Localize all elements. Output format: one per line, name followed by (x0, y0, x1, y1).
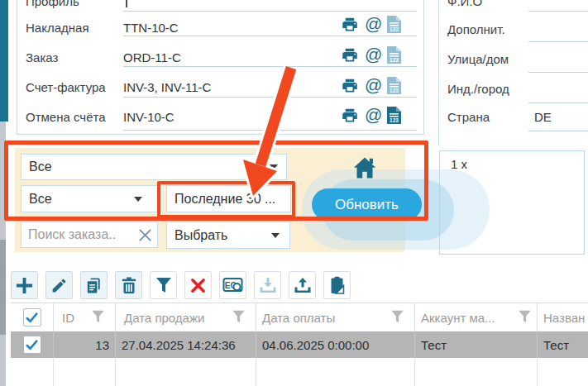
vertical-scrollbar-thumb[interactable] (0, 240, 6, 335)
select-dropdown[interactable]: Выбрать (166, 222, 290, 249)
period-dropdown-value: Последние 30 ... (167, 192, 275, 207)
form-label: Заказ (26, 50, 58, 65)
email-icon[interactable]: @ (365, 16, 382, 32)
form-value: DE (534, 110, 552, 125)
table-row[interactable]: 13 27.04.2025 14:24:36 04.06.2025 0:00:0… (11, 331, 588, 358)
red-x-icon (189, 277, 207, 294)
chevron-down-icon (271, 233, 280, 238)
table-search-button[interactable]: EQ (219, 271, 246, 299)
email-icon[interactable]: @ (365, 46, 382, 63)
search-box (21, 222, 158, 248)
status-dropdown[interactable]: Все (21, 154, 287, 180)
form-value: INV-10-C (123, 110, 174, 125)
field-underline (123, 36, 417, 36)
form-value: ORD-11-C (123, 50, 181, 65)
print-icon[interactable] (340, 77, 360, 94)
header-sale-date[interactable]: Дата продажи (116, 303, 256, 331)
field-underline (528, 72, 588, 73)
header-label: Дата продажи (124, 311, 204, 325)
trash-icon (121, 277, 137, 294)
filter-button[interactable] (150, 271, 177, 299)
svg-text:123: 123 (390, 117, 399, 122)
cell-account: Тест (415, 331, 538, 358)
email-icon[interactable]: @ (365, 107, 382, 123)
search-eq-icon: EQ (222, 276, 244, 294)
column-filter-icon[interactable] (91, 310, 105, 326)
form-label: Профиль (26, 0, 79, 9)
form-label: Накладная (26, 21, 89, 36)
add-button[interactable] (11, 271, 38, 299)
refresh-button[interactable]: Обновить (312, 188, 422, 221)
import-button[interactable] (254, 271, 281, 299)
print-icon[interactable] (340, 16, 360, 33)
email-icon[interactable]: @ (365, 77, 382, 93)
period-dropdown[interactable]: Последние 30 ... (166, 185, 291, 212)
edit-button[interactable] (45, 271, 73, 299)
doc-numbers-icon[interactable]: 123 (387, 46, 401, 64)
home-button[interactable] (351, 155, 378, 180)
home-icon (352, 156, 377, 179)
grid-toolbar: EQ (11, 271, 351, 299)
field-underline (123, 11, 417, 12)
plus-icon (15, 276, 34, 295)
export-button[interactable] (289, 271, 316, 299)
cell-name: Тест (538, 331, 588, 358)
field-underline (123, 97, 417, 98)
check-icon (26, 312, 38, 323)
field-underline (528, 11, 588, 12)
type-dropdown-value: Все (22, 192, 52, 207)
chevron-down-icon (134, 197, 142, 202)
download-icon (259, 277, 277, 293)
copy-button[interactable] (80, 271, 108, 299)
print-icon[interactable] (340, 46, 360, 64)
field-underline (528, 131, 588, 131)
doc-numbers-icon[interactable]: 123 (387, 107, 401, 124)
field-underline (528, 102, 588, 103)
header-id[interactable]: ID (54, 303, 116, 331)
row-select-cell (11, 331, 54, 358)
select-dropdown-value: Выбрать (167, 228, 227, 243)
header-name[interactable]: Назван (538, 303, 588, 331)
check-icon (26, 340, 38, 350)
select-all-checkbox[interactable] (23, 308, 41, 326)
document-actions: @ 123 (340, 45, 401, 64)
chevron-down-icon (270, 164, 278, 169)
form-value: INV-3, INV-11-C (123, 80, 211, 95)
field-underline (123, 66, 417, 67)
paste-button[interactable] (323, 271, 351, 299)
cell-id: 13 (54, 331, 116, 358)
app-window: Профиль Накладная Заказ Счет-фактура Отм… (0, 0, 588, 386)
clear-search-icon[interactable] (137, 227, 153, 243)
clear-filter-button[interactable] (184, 271, 212, 299)
copy-icon (84, 276, 103, 295)
print-icon[interactable] (340, 107, 360, 124)
form-value: TTN-10-C (123, 21, 179, 36)
form-label: Счет-фактура (26, 80, 106, 95)
search-input[interactable] (22, 227, 137, 242)
column-filter-icon[interactable] (390, 310, 404, 326)
column-filter-icon[interactable] (518, 310, 532, 326)
header-account[interactable]: Аккаунт ма... (415, 303, 538, 331)
header-label: Дата оплаты (262, 311, 335, 325)
cell-sale-date: 27.04.2025 14:24:36 (116, 331, 256, 358)
svg-text:123: 123 (390, 87, 399, 93)
left-edge-accent (0, 0, 8, 122)
column-filter-icon[interactable] (232, 310, 246, 326)
form-label: Ф.И.О (447, 0, 482, 9)
header-pay-date[interactable]: Дата оплаты (256, 303, 415, 331)
refresh-button-label: Обновить (335, 197, 399, 213)
address-panel: Ф.И.О Дополнит. Улица/дом Инд./город Стр… (438, 0, 588, 145)
document-actions: @ 123 (340, 15, 401, 33)
svg-text:123: 123 (390, 26, 399, 31)
row-checkbox[interactable] (23, 336, 41, 354)
form-label: Инд./город (447, 82, 509, 97)
doc-numbers-icon[interactable]: 123 (387, 77, 401, 94)
documents-panel: Профиль Накладная Заказ Счет-фактура Отм… (17, 0, 424, 135)
document-actions: @ 123 (340, 76, 401, 94)
type-dropdown[interactable]: Все (21, 185, 161, 212)
header-label: ID (62, 311, 74, 325)
delete-button[interactable] (115, 271, 142, 299)
funnel-icon (155, 277, 172, 293)
upload-icon (294, 277, 312, 293)
doc-numbers-icon[interactable]: 123 (387, 16, 401, 33)
